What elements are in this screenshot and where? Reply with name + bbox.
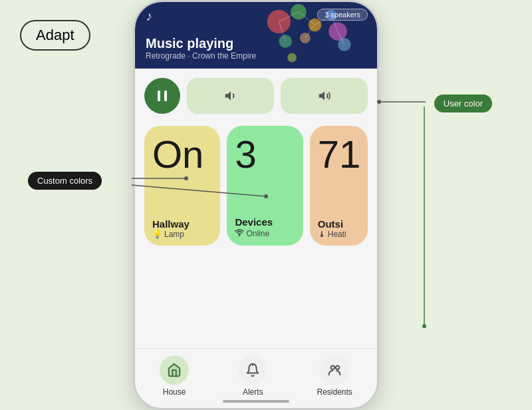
- svg-point-31: [336, 366, 340, 370]
- devices-count: 3: [235, 135, 295, 174]
- svg-point-8: [267, 10, 291, 33]
- svg-point-9: [291, 4, 307, 20]
- svg-point-10: [309, 19, 322, 32]
- nav-residents[interactable]: Residents: [317, 355, 352, 397]
- outside-temp: 71: [318, 135, 360, 174]
- svg-marker-26: [225, 92, 230, 101]
- svg-rect-24: [158, 91, 160, 101]
- volume-up-button[interactable]: [281, 78, 368, 114]
- hallway-lamp-sublabel: 💡 Lamp: [152, 230, 212, 239]
- outside-label: Outsi: [318, 218, 360, 230]
- svg-point-28: [239, 235, 240, 236]
- music-note-icon: ♪: [146, 9, 152, 24]
- bell-icon-bg: [238, 355, 267, 385]
- home-icon-bg: [160, 355, 189, 385]
- svg-marker-27: [319, 92, 324, 101]
- nav-house[interactable]: House: [160, 355, 189, 397]
- hallway-lamp-card[interactable]: On Hallway 💡 Lamp: [144, 126, 220, 246]
- wifi-icon: [235, 228, 244, 239]
- cards-row: On Hallway 💡 Lamp 3 Devices: [135, 119, 377, 252]
- pause-button[interactable]: [144, 78, 180, 114]
- thermometer-icon: 🌡: [318, 230, 326, 239]
- svg-point-30: [331, 366, 335, 370]
- devices-sublabel: Online: [235, 228, 295, 239]
- music-banner[interactable]: ♪ 3 speakers Music playing Retrograde · …: [135, 2, 377, 69]
- outside-sublabel: 🌡 Heati: [318, 230, 360, 239]
- outside-heating-card[interactable]: 71 Outsi 🌡 Heati: [310, 126, 368, 246]
- home-bar: [223, 400, 289, 403]
- bottom-nav: House Alerts Residents: [135, 348, 377, 408]
- svg-rect-25: [164, 91, 167, 101]
- hallway-lamp-status: On: [152, 135, 212, 174]
- svg-line-17: [279, 12, 299, 22]
- music-title: Music playing: [146, 36, 366, 51]
- volume-down-button[interactable]: [187, 78, 274, 114]
- lamp-icon: 💡: [152, 230, 162, 239]
- user-color-annotation: User color: [434, 95, 492, 112]
- nav-residents-label: Residents: [317, 387, 352, 397]
- music-subtitle: Retrograde · Crown the Empire: [146, 51, 366, 61]
- svg-point-7: [422, 324, 426, 328]
- devices-online-card[interactable]: 3 Devices Online: [227, 126, 303, 246]
- nav-alerts[interactable]: Alerts: [238, 355, 267, 397]
- nav-alerts-label: Alerts: [243, 387, 263, 397]
- hallway-lamp-label: Hallway: [152, 218, 212, 230]
- people-icon-bg: [320, 355, 349, 385]
- speakers-badge: 3 speakers: [317, 9, 368, 21]
- custom-colors-annotation: Custom colors: [28, 172, 102, 190]
- nav-house-label: House: [163, 387, 186, 397]
- phone-frame: ♪ 3 speakers Music playing Retrograde · …: [133, 0, 379, 410]
- controls-row: [135, 69, 377, 119]
- svg-line-18: [299, 12, 315, 25]
- devices-label: Devices: [235, 216, 295, 228]
- adapt-label: Adapt: [20, 20, 90, 51]
